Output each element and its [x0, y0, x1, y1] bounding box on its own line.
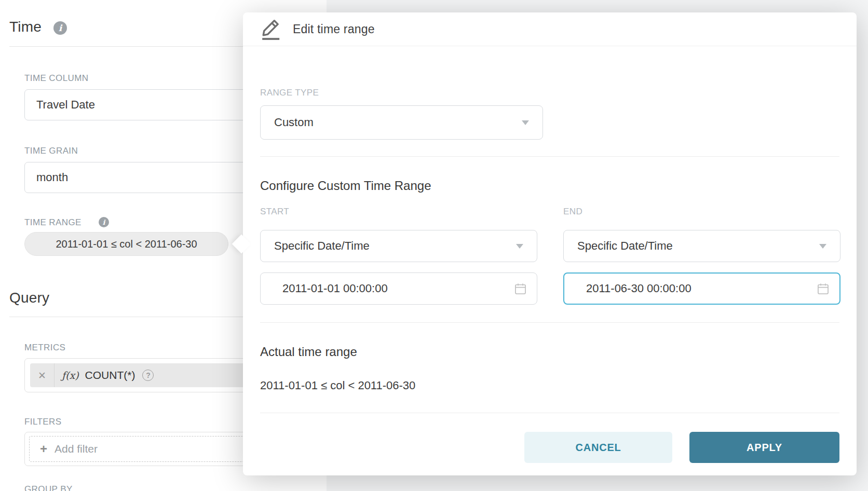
time-range-info-icon[interactable]: i [99, 217, 109, 227]
modal-section-divider [260, 322, 839, 323]
chevron-down-icon [522, 120, 529, 125]
end-datetime-field [563, 272, 840, 305]
calendar-icon[interactable] [513, 282, 527, 296]
time-grain-value: month [36, 171, 68, 184]
metric-pill[interactable]: ✕ ƒ(x) COUNT(*) ? [30, 363, 279, 387]
modal-section-divider [260, 156, 839, 157]
explore-page: Time i TIME COLUMN Travel Date TIME GRAI… [0, 0, 868, 491]
start-label: START [260, 207, 289, 217]
start-type-value: Specific Date/Time [274, 239, 370, 253]
time-info-icon[interactable]: i [53, 21, 67, 35]
time-grain-label: TIME GRAIN [24, 146, 78, 156]
chevron-down-icon [516, 244, 523, 249]
modal-footer-divider [260, 413, 839, 413]
cancel-button[interactable]: CANCEL [524, 432, 672, 463]
start-type-select[interactable]: Specific Date/Time [260, 230, 537, 262]
range-type-label: RANGE TYPE [260, 88, 319, 98]
range-type-value: Custom [274, 116, 314, 129]
end-label: END [563, 207, 582, 217]
query-section-title: Query [9, 290, 49, 306]
apply-button[interactable]: APPLY [689, 432, 839, 463]
function-icon: ƒ(x) [62, 370, 79, 381]
end-datetime-input[interactable] [564, 274, 816, 304]
start-datetime-field [260, 272, 537, 305]
actual-time-range-value: 2011-01-01 ≤ col < 2011-06-30 [260, 379, 415, 392]
add-filter-label: Add filter [55, 443, 98, 455]
edit-pencil-icon [261, 17, 281, 41]
time-column-value: Travel Date [36, 98, 95, 112]
calendar-icon[interactable] [816, 282, 830, 296]
time-range-pill-value: 2011-01-01 ≤ col < 2011-06-30 [56, 238, 197, 250]
metric-close-icon[interactable]: ✕ [30, 363, 55, 387]
group-by-label: GROUP BY [24, 484, 73, 491]
chevron-down-icon [819, 244, 826, 249]
modal-title: Edit time range [293, 22, 375, 36]
range-type-select[interactable]: Custom [260, 105, 543, 140]
metrics-label: METRICS [24, 343, 65, 353]
plus-icon: + [40, 443, 47, 455]
end-type-select[interactable]: Specific Date/Time [563, 230, 840, 262]
filters-label: FILTERS [24, 417, 61, 427]
metric-help-icon[interactable]: ? [142, 370, 154, 381]
edit-time-range-modal: Edit time range RANGE TYPE Custom Config… [243, 12, 857, 475]
end-type-value: Specific Date/Time [577, 239, 673, 253]
time-column-label: TIME COLUMN [24, 73, 88, 84]
configure-heading: Configure Custom Time Range [260, 179, 431, 193]
time-range-label: TIME RANGE [24, 217, 82, 228]
time-range-pill[interactable]: 2011-01-01 ≤ col < 2011-06-30 [24, 232, 228, 256]
actual-time-range-heading: Actual time range [260, 345, 357, 359]
metric-name: COUNT(*) [85, 369, 135, 381]
time-section-title: Time [9, 19, 42, 35]
modal-header: Edit time range [243, 12, 857, 46]
start-datetime-input[interactable] [261, 273, 513, 304]
